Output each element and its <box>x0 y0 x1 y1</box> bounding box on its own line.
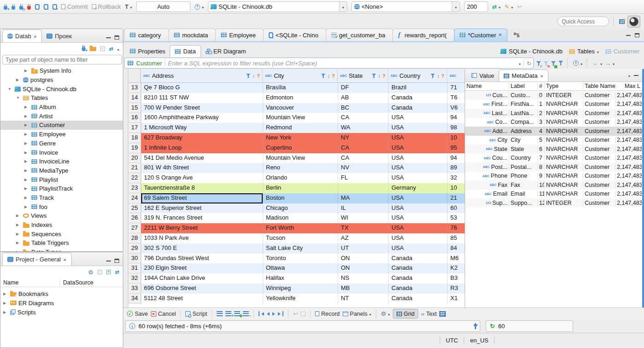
save-filter-icon[interactable]: ▣ <box>551 60 556 67</box>
cell-state[interactable]: FL <box>338 173 389 183</box>
tab-database-navigator[interactable]: Datab <box>2 29 42 42</box>
highlight-button[interactable] <box>505 3 513 10</box>
cell-address[interactable]: 1033 N Park Ave <box>141 233 263 244</box>
metadata-row[interactable]: ABCPost... Postal... 8 NVARCHAR Customer… <box>465 162 642 172</box>
cell-address[interactable]: Tauentzienstraße 8 <box>141 183 263 193</box>
editor-tab[interactable]: mockdata <box>168 29 216 41</box>
row-number-cell[interactable]: 19 <box>128 143 141 153</box>
minimize-icon[interactable] <box>106 259 111 261</box>
filter-history-dropdown-icon[interactable] <box>519 60 521 67</box>
expand-arrow-icon[interactable]: ▶ <box>24 141 29 145</box>
expand-arrow-icon[interactable]: ▶ <box>24 151 29 155</box>
expand-arrow-icon[interactable]: ▼ <box>8 87 13 91</box>
add-row-icon[interactable]: + <box>225 311 231 316</box>
connection-combo[interactable]: SQLite - Chinook.db <box>208 1 347 12</box>
cell-city[interactable]: Toronto <box>263 254 338 264</box>
locale-indicator[interactable]: en_US <box>465 337 494 344</box>
row-number-cell[interactable]: 21 <box>128 163 141 173</box>
editor-tab[interactable]: category <box>124 29 169 41</box>
fetch-all-icon[interactable] <box>301 312 305 316</box>
cell-country[interactable]: USA <box>389 153 448 163</box>
cell-country[interactable]: Germany <box>389 183 448 193</box>
cancel-button[interactable]: Cancel <box>151 311 176 317</box>
minimize-icon[interactable] <box>626 33 631 36</box>
expand-arrow-icon[interactable]: ▶ <box>24 132 29 136</box>
cell-postalcode[interactable]: 89 <box>448 163 465 173</box>
expand-arrow-icon[interactable]: ▶ <box>24 196 29 200</box>
link-with-editor-icon[interactable]: ⇄ <box>115 269 119 275</box>
tree-item[interactable]: ▶ Genre <box>0 139 123 148</box>
row-number-cell[interactable]: 16 <box>128 113 141 123</box>
cell-postalcode[interactable]: 84 <box>448 244 465 254</box>
record-button[interactable]: Record <box>315 311 339 317</box>
cell-country[interactable]: Canada <box>389 103 448 113</box>
cell-country[interactable]: Canada <box>389 294 448 304</box>
cell-state[interactable]: IL <box>338 203 389 214</box>
row-number-cell[interactable]: 14 <box>128 93 141 103</box>
tree-item[interactable]: ▶ postgres <box>0 75 123 85</box>
new-connection-icon[interactable]: + <box>4 6 7 10</box>
cell-address[interactable]: 796 Dundas Street West <box>141 254 263 264</box>
txn-new-icon[interactable]: + <box>52 4 57 10</box>
metadata-row[interactable]: ABCState State 6 NVARCHAR Customer 2,147… <box>465 145 642 154</box>
nav-forward-button[interactable] <box>605 60 615 67</box>
cell-address[interactable]: 194A Chain Lake Drive <box>141 273 263 284</box>
cell-country[interactable]: USA <box>389 213 448 223</box>
reconnect-icon[interactable]: ↻ <box>19 6 23 10</box>
breadcrumb-tables[interactable]: Tables <box>577 48 595 55</box>
tab-properties[interactable]: Properties <box>125 45 170 57</box>
cell-state[interactable]: TX <box>338 223 389 233</box>
view-menu-icon[interactable] <box>628 72 630 79</box>
filter-icon[interactable] <box>431 74 435 78</box>
expand-arrow-icon[interactable]: ▶ <box>16 232 21 236</box>
cell-city[interactable]: Berlin <box>263 183 338 193</box>
next-row-button[interactable] <box>272 312 275 316</box>
cell-city[interactable]: Edmonton <box>263 93 338 103</box>
metadata-row[interactable]: ABCPhone Phone 9 NVARCHAR Customer 2,147… <box>465 172 642 181</box>
cell-address[interactable]: 319 N. Frances Street <box>141 213 263 223</box>
cell-country[interactable]: USA <box>389 233 448 244</box>
collapse-all-icon[interactable]: − <box>98 270 102 274</box>
column-header-maxlength[interactable]: Max L <box>615 83 642 89</box>
cell-address[interactable]: 1600 Amphitheatre Parkway <box>141 113 263 123</box>
tree-item[interactable]: ▶ Album <box>0 103 123 112</box>
row-number-cell[interactable]: 29 <box>128 244 141 254</box>
sort-icon[interactable]: ↕ <box>253 73 255 79</box>
tree-item[interactable]: ▶ ER Diagrams <box>0 298 123 307</box>
remove-filter-icon[interactable]: ✕ <box>544 60 548 67</box>
tree-item[interactable]: ▶ InvoiceLine <box>0 157 123 166</box>
cell-country[interactable]: Canada <box>389 284 448 294</box>
open-perspective-icon[interactable] <box>619 19 625 24</box>
expand-arrow-icon[interactable]: ▶ <box>24 178 29 182</box>
cell-address[interactable]: 1 Microsoft Way <box>141 123 263 133</box>
cell-country[interactable]: Brazil <box>389 83 448 93</box>
undo-icon[interactable] <box>517 3 522 10</box>
metadata-row[interactable]: 123Sup... Suppo... 12 INTEGER Customer 2… <box>465 198 642 208</box>
cell-city[interactable]: Orlando <box>263 173 338 183</box>
settings-button[interactable] <box>381 310 390 317</box>
tree-item[interactable]: ▶ Artist <box>0 111 123 121</box>
sql-filter-input[interactable]: Customer Enter a SQL expression to filte… <box>124 58 534 69</box>
cell-country[interactable]: USA <box>389 244 448 254</box>
apply-filter-icon[interactable]: ✓ <box>536 60 541 67</box>
combo-dropdown-button[interactable] <box>339 1 347 12</box>
maximize-icon[interactable] <box>115 35 119 40</box>
commit-mode-combo[interactable]: Auto <box>136 1 190 12</box>
filter-icon[interactable] <box>246 74 251 78</box>
expand-arrow-icon[interactable]: ▶ <box>24 114 29 118</box>
cell-state[interactable]: UT <box>338 244 389 254</box>
view-menu-icon[interactable] <box>117 46 119 52</box>
cell-city[interactable]: Reno <box>263 163 338 173</box>
tree-item[interactable]: ▶ Playlist <box>0 175 123 184</box>
cell-country[interactable]: USA <box>389 223 448 233</box>
metadata-row[interactable]: ABCFax Fax 10 NVARCHAR Customer 2,147,48… <box>465 180 642 190</box>
fetch-settings-icon[interactable] <box>475 323 476 329</box>
txn-log-button[interactable] <box>125 3 132 10</box>
copy-row-icon[interactable]: ⊕ <box>234 311 240 316</box>
script-button[interactable]: Script <box>185 311 207 317</box>
cell-postalcode[interactable]: T6 <box>448 93 465 103</box>
tree-item[interactable]: ▶ foo <box>0 202 123 211</box>
close-icon[interactable] <box>540 72 544 79</box>
cell-postalcode[interactable]: 53 <box>448 213 465 223</box>
minimize-icon[interactable] <box>634 73 638 76</box>
